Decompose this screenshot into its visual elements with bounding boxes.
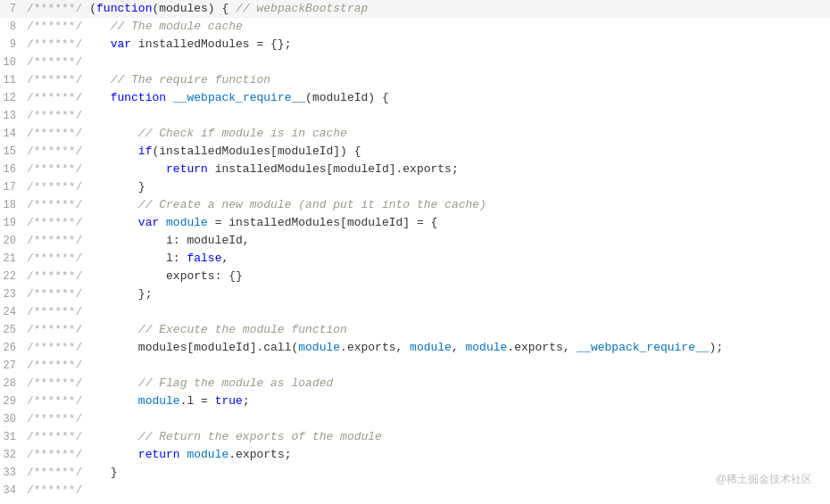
line-number: 21: [0, 250, 27, 268]
line-number: 22: [0, 268, 27, 285]
line-number: 32: [0, 446, 27, 464]
line-content: /******/ // The module cache: [27, 18, 823, 36]
line-number: 28: [0, 375, 27, 392]
table-row: 15 /******/ if(installedModules[moduleId…: [0, 143, 830, 161]
line-number: 24: [0, 303, 27, 321]
line-number: 10: [0, 54, 27, 71]
line-number: 13: [0, 107, 27, 125]
line-number: 18: [0, 196, 27, 214]
line-number: 29: [0, 392, 27, 410]
table-row: 25 /******/ // Execute the module functi…: [0, 321, 830, 339]
line-content: /******/ function __webpack_require__(mo…: [27, 89, 823, 107]
line-content: /******/ if(installedModules[moduleId]) …: [27, 143, 823, 161]
table-row: 26 /******/ modules[moduleId].call(modul…: [0, 339, 830, 357]
line-number: 9: [0, 36, 27, 54]
line-number: 20: [0, 232, 27, 250]
line-content: /******/ var installedModules = {};: [27, 36, 823, 54]
table-row: 30 /******/: [0, 410, 830, 428]
table-row: 12 /******/ function __webpack_require__…: [0, 89, 830, 107]
table-row: 20 /******/ i: moduleId,: [0, 232, 830, 250]
line-number: 12: [0, 89, 27, 107]
line-content: /******/ i: moduleId,: [27, 232, 823, 250]
line-content: /******/ }: [27, 464, 823, 482]
table-row: 11 /******/ // The require function: [0, 71, 830, 89]
line-content: /******/ // Check if module is in cache: [27, 125, 823, 143]
table-row: 9 /******/ var installedModules = {};: [0, 36, 830, 54]
table-row: 16 /******/ return installedModules[modu…: [0, 161, 830, 178]
line-number: 17: [0, 178, 27, 196]
line-number: 27: [0, 357, 27, 375]
line-content: /******/ // Return the exports of the mo…: [27, 428, 823, 446]
table-row: 27 /******/: [0, 357, 830, 375]
table-row: 31 /******/ // Return the exports of the…: [0, 428, 830, 446]
table-row: 17 /******/ }: [0, 178, 830, 196]
code-container: 7 /******/ (function(modules) { // webpa…: [0, 0, 830, 504]
line-content: /******/ var module = installedModules[m…: [27, 214, 823, 232]
line-content: /******/ module.l = true;: [27, 392, 823, 410]
line-number: 14: [0, 125, 27, 143]
table-row: 18 /******/ // Create a new module (and …: [0, 196, 830, 214]
line-content: /******/ }: [27, 178, 823, 196]
line-content: /******/ l: false,: [27, 250, 823, 268]
line-content: /******/ (function(modules) { // webpack…: [27, 0, 823, 18]
line-number: 34: [0, 482, 27, 500]
line-content: /******/ // Execute the module function: [27, 321, 823, 339]
table-row: 8 /******/ // The module cache: [0, 18, 830, 36]
table-row: 34 /******/: [0, 482, 830, 500]
line-content: /******/: [27, 54, 823, 71]
line-content: /******/: [27, 482, 823, 500]
line-content: /******/ return module.exports;: [27, 446, 823, 464]
line-content: /******/ // Flag the module as loaded: [27, 375, 823, 392]
line-number: 19: [0, 214, 27, 232]
line-content: /******/: [27, 357, 823, 375]
table-row: 19 /******/ var module = installedModule…: [0, 214, 830, 232]
table-row: 13 /******/: [0, 107, 830, 125]
table-row: 22 /******/ exports: {}: [0, 268, 830, 285]
table-row: 29 /******/ module.l = true;: [0, 392, 830, 410]
table-row: 24 /******/: [0, 303, 830, 321]
line-number: 31: [0, 428, 27, 446]
line-content: /******/ };: [27, 285, 823, 303]
line-number: 30: [0, 410, 27, 428]
line-number: 11: [0, 71, 27, 89]
line-content: /******/ modules[moduleId].call(module.e…: [27, 339, 823, 357]
table-row: 10 /******/: [0, 54, 830, 71]
line-content: /******/ exports: {}: [27, 268, 823, 285]
table-row: 28 /******/ // Flag the module as loaded: [0, 375, 830, 392]
line-number: 7: [0, 0, 27, 18]
line-number: 25: [0, 321, 27, 339]
line-content: /******/: [27, 107, 823, 125]
table-row: 23 /******/ };: [0, 285, 830, 303]
line-content: /******/: [27, 410, 823, 428]
line-number: 8: [0, 18, 27, 36]
table-row: 7 /******/ (function(modules) { // webpa…: [0, 0, 830, 18]
table-row: 21 /******/ l: false,: [0, 250, 830, 268]
line-number: 15: [0, 143, 27, 161]
line-content: /******/: [27, 303, 823, 321]
line-content: /******/ return installedModules[moduleI…: [27, 161, 823, 178]
line-number: 23: [0, 285, 27, 303]
table-row: 33 /******/ }: [0, 464, 830, 482]
table-row: 32 /******/ return module.exports;: [0, 446, 830, 464]
line-content: /******/ // The require function: [27, 71, 823, 89]
table-row: 14 /******/ // Check if module is in cac…: [0, 125, 830, 143]
watermark-text: @稀土掘金技术社区: [716, 470, 812, 488]
line-content: /******/ // Create a new module (and put…: [27, 196, 823, 214]
line-number: 16: [0, 161, 27, 178]
line-number: 26: [0, 339, 27, 357]
line-number: 33: [0, 464, 27, 482]
